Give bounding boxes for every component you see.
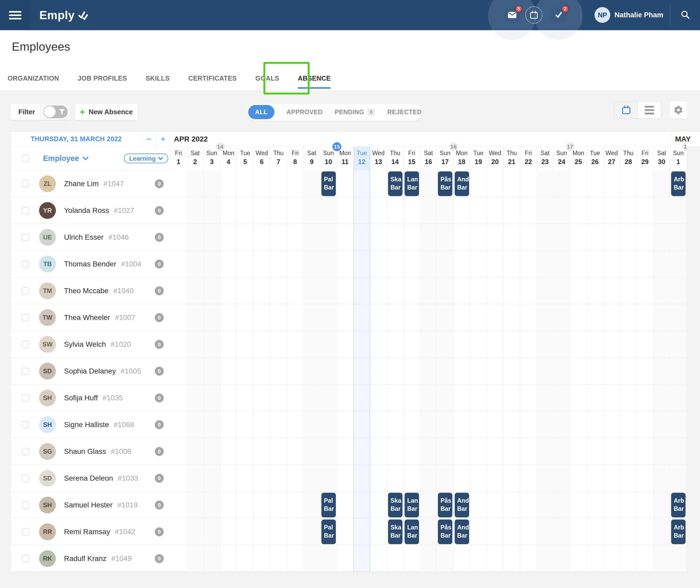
zoom-out-button[interactable]: − (142, 131, 156, 146)
day-header-wed-13[interactable]: Wed13 (370, 147, 387, 170)
day-header-thu-14[interactable]: Thu14 (387, 147, 404, 170)
day-header-tue-5[interactable]: Tue5 (237, 147, 254, 170)
day-header-sat-16[interactable]: Sat16 (420, 147, 437, 170)
day-header-tue-19[interactable]: Tue19 (470, 147, 487, 170)
day-header-tue-26[interactable]: Tue26 (587, 147, 604, 170)
user-name[interactable]: Nathalie Pham (614, 0, 663, 30)
zoom-in-button[interactable]: + (156, 131, 170, 146)
employee-name[interactable]: Thea Wheeler (64, 314, 110, 322)
day-header-wed-27[interactable]: Wed27 (603, 147, 620, 170)
calendar-view-button[interactable] (615, 102, 638, 118)
absence-event[interactable]: SkaBar (388, 520, 402, 544)
employee-checkbox[interactable] (22, 341, 29, 348)
day-header-fri-8[interactable]: Fri8 (287, 147, 304, 170)
tab-absence[interactable]: ABSENCE (298, 66, 331, 91)
employee-name[interactable]: Signe Halliste (64, 421, 109, 429)
grid-row-line (170, 572, 687, 572)
tab-skills[interactable]: SKILLS (146, 66, 169, 91)
employee-checkbox[interactable] (22, 501, 29, 509)
employee-checkbox[interactable] (22, 528, 29, 536)
filter-toggle[interactable] (40, 104, 71, 120)
day-header-fri-15[interactable]: Fri15 (404, 147, 420, 170)
messages-button[interactable]: 5 (504, 7, 521, 23)
absence-event[interactable]: PåsBar (438, 171, 452, 196)
employee-name[interactable]: Ulrich Esser (64, 233, 104, 241)
employee-checkbox[interactable] (22, 180, 29, 187)
absence-event[interactable]: ArbBar (671, 520, 686, 544)
absence-event[interactable]: PalBar (321, 493, 336, 517)
tasks-button[interactable]: 2 (550, 7, 567, 23)
day-header-fri-29[interactable]: Fri29 (637, 147, 654, 170)
employee-checkbox[interactable] (22, 475, 29, 482)
day-header-fri-22[interactable]: Fri22 (520, 147, 537, 170)
tab-job-profiles[interactable]: JOB PROFILES (78, 66, 127, 91)
employee-checkbox[interactable] (22, 394, 29, 402)
tab-certificates[interactable]: CERTIFICATES (188, 66, 237, 91)
employee-checkbox[interactable] (22, 260, 29, 268)
absence-event[interactable]: ArbBar (671, 493, 686, 517)
day-header-sat-2[interactable]: Sat2 (187, 147, 204, 170)
absence-event[interactable]: LanBar (405, 493, 419, 517)
employee-name[interactable]: Serena Deleon (64, 474, 113, 483)
employee-name[interactable]: Shaun Glass (64, 447, 106, 456)
absence-event[interactable]: SkaBar (388, 493, 402, 517)
absence-event[interactable]: PåsBar (438, 493, 452, 517)
absence-event[interactable]: AndBar (455, 493, 469, 517)
absence-event[interactable]: PalBar (321, 520, 336, 544)
select-all-checkbox[interactable] (22, 155, 29, 162)
segment-rejected[interactable]: REJECTED (387, 108, 422, 116)
employee-name[interactable]: Samuel Hester (64, 501, 113, 509)
absence-event[interactable]: ArbBar (671, 171, 686, 196)
calendar-nav-button[interactable] (525, 6, 543, 24)
employee-name[interactable]: Zhane Lim (64, 179, 99, 188)
employee-checkbox[interactable] (22, 368, 29, 375)
employee-checkbox[interactable] (22, 314, 29, 321)
employee-checkbox[interactable] (22, 555, 29, 562)
absence-event[interactable]: SkaBar (388, 171, 402, 196)
absence-event[interactable]: PalBar (321, 171, 336, 196)
segment-all[interactable]: ALL (248, 105, 274, 119)
employee-name[interactable]: Theo Mccabe (64, 286, 109, 295)
filter-button[interactable]: Filter (10, 104, 71, 120)
new-absence-button[interactable]: + New Absence (75, 104, 138, 120)
day-header-sat-9[interactable]: Sat9 (304, 147, 320, 170)
day-header-thu-21[interactable]: Thu21 (503, 147, 520, 170)
day-header-sat-30[interactable]: Sat30 (654, 147, 670, 170)
employee-name[interactable]: Thomas Bender (64, 260, 116, 268)
day-header-fri-1[interactable]: Fri1 (170, 147, 187, 170)
absence-event[interactable]: PåsBar (438, 520, 452, 544)
segment-approved[interactable]: APPROVED (287, 108, 323, 116)
day-header-wed-20[interactable]: Wed20 (487, 147, 504, 170)
day-header-wed-6[interactable]: Wed6 (254, 147, 271, 170)
day-header-thu-28[interactable]: Thu28 (620, 147, 637, 170)
current-date-label[interactable]: THURSDAY, 31 MARCH 2022 (11, 131, 142, 146)
day-header-sat-23[interactable]: Sat23 (537, 147, 554, 170)
employee-checkbox[interactable] (22, 287, 29, 295)
tab-organization[interactable]: ORGANIZATION (8, 66, 59, 91)
tab-goals[interactable]: GOALS (255, 66, 279, 91)
settings-button[interactable] (670, 101, 687, 119)
search-button[interactable] (678, 8, 692, 22)
employee-name[interactable]: Sophia Delaney (64, 367, 116, 375)
app-logo[interactable]: Emply (39, 0, 88, 30)
list-view-button[interactable] (638, 102, 661, 118)
absence-event[interactable]: LanBar (405, 520, 419, 544)
employee-checkbox[interactable] (22, 233, 29, 241)
employee-name[interactable]: Remi Ramsay (64, 528, 110, 536)
employee-name[interactable]: Radulf Kranz (64, 554, 107, 563)
absence-event[interactable]: AndBar (455, 520, 469, 544)
menu-button[interactable] (0, 0, 30, 30)
employee-checkbox[interactable] (22, 448, 29, 455)
employee-name[interactable]: Sylvia Welch (64, 340, 106, 349)
employee-checkbox[interactable] (22, 207, 29, 214)
group-filter-pill[interactable]: Learning (124, 153, 168, 163)
user-avatar[interactable]: NP (595, 7, 610, 23)
day-header-thu-7[interactable]: Thu7 (270, 147, 287, 170)
employee-sort-control[interactable]: Employee (43, 154, 88, 163)
employee-checkbox[interactable] (22, 421, 29, 428)
segment-pending[interactable]: PENDING0 (335, 108, 375, 116)
employee-name[interactable]: Sofija Huff (64, 394, 98, 402)
employee-name[interactable]: Yolanda Ross (64, 206, 109, 215)
absence-event[interactable]: LanBar (405, 171, 419, 196)
absence-event[interactable]: AndBar (455, 171, 469, 196)
